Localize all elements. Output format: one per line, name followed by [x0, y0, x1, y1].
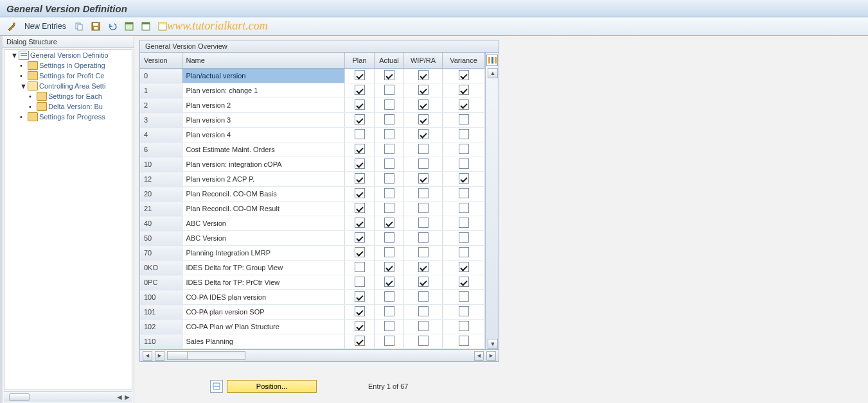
cell-wip[interactable] [404, 83, 443, 98]
cell-wip[interactable] [404, 290, 443, 305]
actual-checkbox[interactable] [384, 129, 394, 139]
variance-checkbox[interactable] [459, 85, 469, 95]
cell-name[interactable]: CO-PA plan version SOP [182, 305, 345, 320]
cell-version[interactable]: 0KO [140, 261, 182, 275]
actual-checkbox[interactable] [384, 159, 394, 169]
actual-checkbox[interactable] [384, 173, 394, 184]
cell-version[interactable]: 50 [140, 231, 182, 246]
cell-name[interactable]: ABC Version [182, 216, 345, 231]
table-config-icon[interactable] [486, 55, 498, 66]
new-entries-button[interactable]: New Entries [22, 22, 69, 31]
tree-item[interactable]: •Settings for Each [7, 91, 132, 101]
table-row[interactable]: 101CO-PA plan version SOP [140, 305, 485, 320]
cell-version[interactable]: 1 [140, 83, 182, 98]
cell-variance[interactable] [443, 157, 485, 172]
wip-checkbox[interactable] [418, 306, 429, 316]
version-table[interactable]: Version Name Plan Actual WIP/RA Variance… [140, 53, 485, 349]
wand-icon[interactable] [5, 20, 18, 33]
plan-checkbox[interactable] [355, 306, 365, 316]
grid-vscroll-up-icon[interactable]: ▲ [488, 68, 498, 78]
variance-checkbox[interactable] [459, 203, 469, 213]
cell-wip[interactable] [404, 334, 443, 349]
cell-plan[interactable] [345, 231, 375, 246]
cell-variance[interactable] [443, 290, 485, 305]
actual-checkbox[interactable] [384, 85, 394, 95]
cell-variance[interactable] [443, 305, 485, 320]
cell-wip[interactable] [404, 202, 443, 216]
variance-checkbox[interactable] [459, 321, 469, 331]
wip-checkbox[interactable] [418, 173, 429, 184]
cell-version[interactable]: 101 [140, 305, 182, 320]
cell-name[interactable]: Plan version 3 [182, 113, 345, 128]
cell-plan[interactable] [345, 261, 375, 275]
plan-checkbox[interactable] [355, 85, 365, 95]
cell-version[interactable]: 21 [140, 202, 182, 216]
variance-checkbox[interactable] [459, 144, 469, 154]
bullet-icon[interactable]: • [20, 72, 26, 80]
table-row[interactable]: 12Plan version 2 ACP P. [140, 172, 485, 187]
cell-plan[interactable] [345, 187, 375, 202]
cell-plan[interactable] [345, 216, 375, 231]
cell-version[interactable]: 10 [140, 157, 182, 172]
cell-variance[interactable] [443, 98, 485, 113]
actual-checkbox[interactable] [384, 247, 394, 257]
variance-checkbox[interactable] [459, 99, 469, 110]
variance-checkbox[interactable] [459, 114, 469, 124]
wip-checkbox[interactable] [418, 203, 429, 213]
cell-plan[interactable] [345, 142, 375, 157]
actual-checkbox[interactable] [384, 99, 394, 110]
cell-plan[interactable] [345, 172, 375, 187]
wip-checkbox[interactable] [418, 291, 429, 302]
cell-actual[interactable] [375, 187, 404, 202]
variance-checkbox[interactable] [459, 247, 469, 257]
actual-checkbox[interactable] [384, 218, 394, 228]
variance-checkbox[interactable] [459, 262, 469, 272]
select-all-icon[interactable] [123, 20, 136, 33]
tree-item[interactable]: •Settings for Profit Ce [7, 71, 132, 81]
cell-actual[interactable] [375, 320, 404, 334]
plan-checkbox[interactable] [355, 232, 365, 243]
wip-checkbox[interactable] [418, 218, 429, 228]
cell-actual[interactable] [375, 98, 404, 113]
position-button[interactable]: Position... [227, 380, 317, 393]
cell-version[interactable]: 2 [140, 98, 182, 113]
plan-checkbox[interactable] [355, 277, 365, 287]
cell-version[interactable]: 20 [140, 187, 182, 202]
cell-wip[interactable] [404, 216, 443, 231]
grid-hscroll-right2-icon[interactable]: ► [486, 351, 496, 361]
undo-icon[interactable] [106, 20, 119, 33]
variance-checkbox[interactable] [459, 277, 469, 287]
table-row[interactable]: 3Plan version 3 [140, 113, 485, 128]
variance-checkbox[interactable] [459, 232, 469, 243]
variance-checkbox[interactable] [459, 291, 469, 302]
variance-checkbox[interactable] [459, 188, 469, 198]
deselect-all-icon[interactable] [139, 20, 152, 33]
cell-plan[interactable] [345, 83, 375, 98]
cell-actual[interactable] [375, 261, 404, 275]
plan-checkbox[interactable] [355, 247, 365, 257]
plan-checkbox[interactable] [355, 188, 365, 198]
grid-hscroll-right-icon[interactable]: ► [155, 351, 164, 361]
plan-checkbox[interactable] [355, 70, 365, 80]
table-row[interactable]: 100CO-PA IDES plan version [140, 290, 485, 305]
cell-wip[interactable] [404, 128, 443, 142]
cell-wip[interactable] [404, 98, 443, 113]
variance-checkbox[interactable] [459, 306, 469, 316]
cell-plan[interactable] [345, 202, 375, 216]
cell-wip[interactable] [404, 142, 443, 157]
cell-version[interactable]: 100 [140, 290, 182, 305]
cell-plan[interactable] [345, 128, 375, 142]
cell-variance[interactable] [443, 83, 485, 98]
cell-actual[interactable] [375, 334, 404, 349]
plan-checkbox[interactable] [355, 218, 365, 228]
bullet-icon[interactable]: • [29, 103, 35, 110]
cell-actual[interactable] [375, 128, 404, 142]
cell-wip[interactable] [404, 187, 443, 202]
cell-version[interactable]: 0PC [140, 275, 182, 290]
cell-plan[interactable] [345, 334, 375, 349]
tree-hscroll-left-icon[interactable]: ◄ [116, 393, 123, 402]
cell-plan[interactable] [345, 290, 375, 305]
col-variance[interactable]: Variance [443, 53, 485, 69]
table-row[interactable]: 21Plan Reconcil. CO-OM Result [140, 202, 485, 216]
plan-checkbox[interactable] [355, 336, 365, 346]
